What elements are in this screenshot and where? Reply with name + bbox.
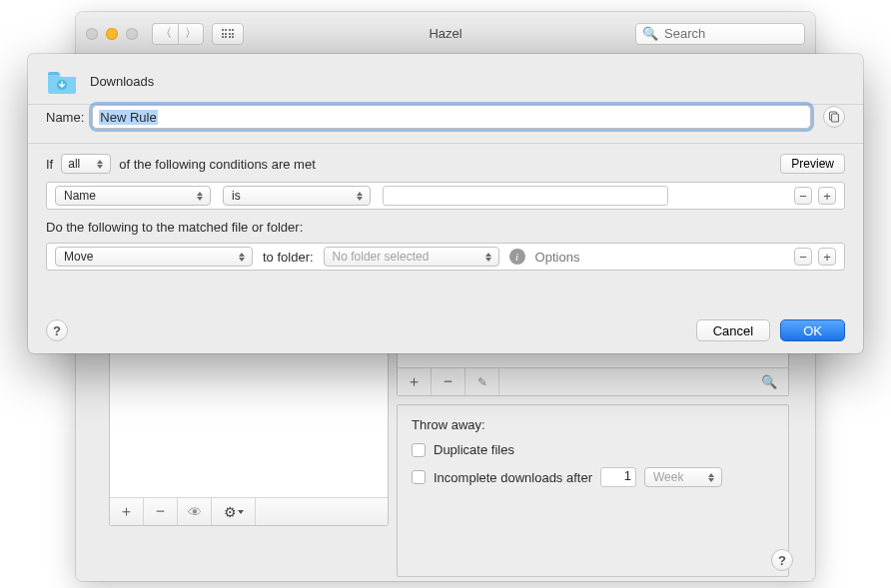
duplicate-files-checkbox[interactable] xyxy=(412,443,426,457)
search-icon: 🔍 xyxy=(761,374,777,389)
copy-icon xyxy=(828,111,840,123)
incomplete-downloads-unit-value: Week xyxy=(653,470,683,484)
remove-action-button[interactable]: − xyxy=(794,248,812,266)
remove-condition-button[interactable]: − xyxy=(794,187,812,205)
titlebar: 〈 〉 Hazel 🔍 xyxy=(76,12,815,56)
condition-scope-popup[interactable]: all xyxy=(61,154,111,174)
condition-attribute-popup[interactable]: Name xyxy=(55,186,211,206)
rules-list-toolbar: ＋ － ✎ 🔍 xyxy=(398,367,788,395)
chevron-down-icon xyxy=(238,510,244,514)
condition-operator-value: is xyxy=(232,189,241,203)
sheet-folder-name: Downloads xyxy=(90,74,154,89)
action-target-folder-popup[interactable]: No folder selected xyxy=(324,247,499,267)
incomplete-downloads-unit-popup[interactable]: Week xyxy=(644,467,722,487)
minus-icon: － xyxy=(440,377,456,386)
chevron-right-icon: 〉 xyxy=(185,25,197,42)
help-button[interactable]: ? xyxy=(771,549,793,571)
preview-folder-button[interactable]: 👁 xyxy=(178,498,212,525)
rule-name-value: New Rule xyxy=(99,110,157,125)
nav-forward-button[interactable]: 〉 xyxy=(178,23,204,45)
nav-back-forward: 〈 〉 xyxy=(152,23,204,45)
incomplete-downloads-label: Incomplete downloads after xyxy=(434,470,592,485)
plus-icon: + xyxy=(823,251,831,264)
downloads-folder-icon xyxy=(46,68,78,94)
incomplete-downloads-value[interactable]: 1 xyxy=(600,467,636,487)
incomplete-downloads-row: Incomplete downloads after 1 Week xyxy=(412,467,774,487)
minimize-window-button[interactable] xyxy=(106,28,118,40)
sheet-header: Downloads xyxy=(28,54,863,105)
condition-scope-value: all xyxy=(68,157,80,171)
toolbar-search-field[interactable]: 🔍 xyxy=(635,23,805,45)
cancel-button[interactable]: Cancel xyxy=(696,319,770,341)
search-icon: 🔍 xyxy=(642,26,658,41)
do-label: Do the following to the matched file or … xyxy=(46,220,845,235)
if-line: If all of the following conditions are m… xyxy=(46,154,845,174)
close-window-button[interactable] xyxy=(86,28,98,40)
plus-icon: ＋ xyxy=(119,502,134,521)
action-verb-value: Move xyxy=(64,250,93,264)
if-suffix: of the following conditions are met xyxy=(119,157,316,172)
question-mark-icon: ? xyxy=(778,553,786,568)
add-folder-button[interactable]: ＋ xyxy=(110,498,144,525)
plus-icon: + xyxy=(823,190,831,203)
zoom-window-button[interactable] xyxy=(126,28,138,40)
rule-name-field[interactable]: New Rule xyxy=(92,105,811,129)
rule-name-row: Name: New Rule xyxy=(28,105,863,144)
question-mark-icon: ? xyxy=(53,323,61,338)
show-all-button[interactable] xyxy=(212,23,244,45)
grid-icon xyxy=(222,29,235,38)
condition-operator-popup[interactable]: is xyxy=(223,186,371,206)
rule-name-label: Name: xyxy=(46,110,84,125)
rule-editor-sheet: Downloads Name: New Rule If all of the f… xyxy=(28,54,863,353)
folder-actions-menu[interactable]: ⚙ xyxy=(212,498,256,525)
throw-away-panel: Throw away: Duplicate files Incomplete d… xyxy=(397,404,789,577)
add-rule-button[interactable]: ＋ xyxy=(398,368,432,395)
rules-search-button[interactable]: 🔍 xyxy=(750,368,788,395)
svg-rect-2 xyxy=(832,114,839,122)
add-action-button[interactable]: + xyxy=(818,248,836,266)
add-condition-button[interactable]: + xyxy=(818,187,836,205)
sheet-body: If all of the following conditions are m… xyxy=(28,144,863,311)
copy-rule-button[interactable] xyxy=(823,106,845,128)
condition-row: Name is − + xyxy=(46,182,845,210)
ok-button[interactable]: OK xyxy=(780,319,845,341)
chevron-left-icon: 〈 xyxy=(160,25,172,42)
condition-value-field[interactable] xyxy=(383,186,668,206)
sheet-footer: ? Cancel OK xyxy=(28,311,863,353)
gear-icon: ⚙ xyxy=(224,504,237,520)
action-target-folder-value: No folder selected xyxy=(333,250,430,264)
eye-icon: 👁 xyxy=(188,504,202,520)
edit-rule-button[interactable]: ✎ xyxy=(465,368,499,395)
folders-list-toolbar: ＋ － 👁 ⚙ xyxy=(110,497,388,525)
action-to-folder-label: to folder: xyxy=(263,250,314,265)
remove-rule-button[interactable]: － xyxy=(432,368,465,395)
nav-back-button[interactable]: 〈 xyxy=(152,23,178,45)
minus-icon: － xyxy=(152,507,169,516)
condition-attribute-value: Name xyxy=(64,189,96,203)
minus-icon: − xyxy=(799,251,807,264)
sheet-help-button[interactable]: ? xyxy=(46,319,68,341)
plus-icon: ＋ xyxy=(407,372,422,391)
incomplete-downloads-checkbox[interactable] xyxy=(412,470,426,484)
minus-icon: − xyxy=(799,190,807,203)
preview-button[interactable]: Preview xyxy=(780,154,845,174)
duplicate-files-label: Duplicate files xyxy=(434,442,514,457)
duplicate-files-row: Duplicate files xyxy=(412,442,774,457)
if-label: If xyxy=(46,157,53,172)
window-controls xyxy=(86,28,138,40)
action-options-label[interactable]: Options xyxy=(535,250,580,265)
action-row: Move to folder: No folder selected i Opt… xyxy=(46,243,845,271)
toolbar-search-input[interactable] xyxy=(662,25,815,42)
info-icon[interactable]: i xyxy=(509,249,525,265)
pencil-icon: ✎ xyxy=(477,375,487,389)
action-verb-popup[interactable]: Move xyxy=(55,247,253,267)
remove-folder-button[interactable]: － xyxy=(144,498,178,525)
throw-away-heading: Throw away: xyxy=(412,417,774,432)
